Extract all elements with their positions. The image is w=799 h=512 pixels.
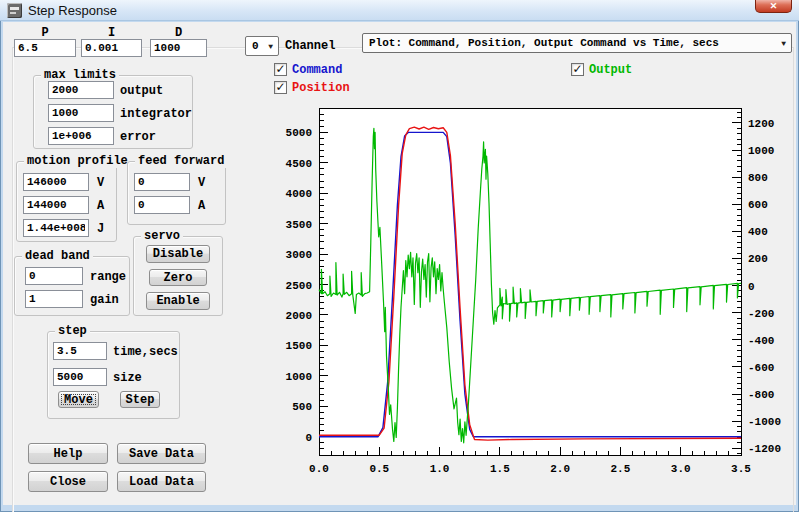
svg-text:4500: 4500 xyxy=(286,158,312,170)
acceleration-label: A xyxy=(97,199,104,213)
plot-select[interactable]: Plot: Command, Position, Output Command … xyxy=(362,33,792,53)
velocity-label: V xyxy=(97,176,104,190)
step-response-window: { "window": { "title": "Step Response", … xyxy=(0,0,799,512)
integrator-limit-input[interactable] xyxy=(48,104,114,122)
svg-text:1.5: 1.5 xyxy=(490,463,510,475)
svg-text:0: 0 xyxy=(748,281,755,293)
svg-text:0: 0 xyxy=(305,432,312,444)
i-input[interactable] xyxy=(81,39,142,57)
svg-text:-800: -800 xyxy=(748,389,774,401)
position-checkbox[interactable] xyxy=(274,81,287,94)
svg-text:1200: 1200 xyxy=(748,118,774,130)
channel-label: Channel xyxy=(285,39,335,53)
deadband-range-label: range xyxy=(90,270,126,284)
group-max-limits-title: max limits xyxy=(41,68,119,82)
svg-text:500: 500 xyxy=(292,401,312,413)
svg-text:1.0: 1.0 xyxy=(430,463,450,475)
svg-text:200: 200 xyxy=(748,253,768,265)
group-step-title: step xyxy=(55,324,90,338)
save-data-button[interactable]: Save Data xyxy=(117,443,206,464)
acceleration-input[interactable] xyxy=(23,196,89,214)
deadband-gain-label: gain xyxy=(90,293,119,307)
help-button[interactable]: Help xyxy=(28,443,108,464)
title-bar: Step Response xyxy=(0,0,799,21)
ff-acceleration-label: A xyxy=(198,199,205,213)
svg-text:-1000: -1000 xyxy=(748,416,781,428)
svg-text:800: 800 xyxy=(748,172,768,184)
channel-value: 0 xyxy=(252,40,259,52)
position-label: Position xyxy=(292,81,350,95)
close-app-button[interactable]: Close xyxy=(28,471,108,492)
plot-select-value: Plot: Command, Position, Output Command … xyxy=(369,37,719,49)
p-label: P xyxy=(14,26,76,40)
channel-select[interactable]: 0 ▼ xyxy=(245,36,279,56)
d-input[interactable] xyxy=(150,39,207,57)
svg-text:3.5: 3.5 xyxy=(731,463,751,475)
load-data-button[interactable]: Load Data xyxy=(117,471,206,492)
velocity-input[interactable] xyxy=(23,173,89,191)
disable-button[interactable]: Disable xyxy=(146,245,210,263)
output-checkbox[interactable] xyxy=(571,63,584,76)
window-title: Step Response xyxy=(28,3,117,18)
svg-text:4000: 4000 xyxy=(286,188,312,200)
chevron-down-icon: ▼ xyxy=(268,42,273,51)
deadband-gain-input[interactable] xyxy=(25,290,83,308)
output-limit-input[interactable] xyxy=(48,81,114,99)
step-response-plot: 0.00.51.01.52.02.53.03.50500100015002000… xyxy=(255,100,799,480)
jerk-label: J xyxy=(97,222,104,236)
svg-text:600: 600 xyxy=(748,199,768,211)
svg-text:3500: 3500 xyxy=(286,219,312,231)
svg-text:3000: 3000 xyxy=(286,249,312,261)
svg-text:1000: 1000 xyxy=(748,145,774,157)
move-button[interactable]: Move xyxy=(58,391,99,408)
svg-text:-600: -600 xyxy=(748,362,774,374)
step-size-label: size xyxy=(113,371,142,385)
close-icon[interactable]: ✕ xyxy=(755,0,792,13)
ff-velocity-label: V xyxy=(198,176,205,190)
svg-text:2500: 2500 xyxy=(286,280,312,292)
d-label: D xyxy=(150,26,207,40)
command-label: Command xyxy=(292,63,342,77)
i-label: I xyxy=(81,26,142,40)
svg-text:2.5: 2.5 xyxy=(611,463,631,475)
step-button[interactable]: Step xyxy=(120,391,160,408)
error-limit-label: error xyxy=(120,130,156,144)
jerk-input[interactable] xyxy=(23,219,89,237)
group-servo-title: servo xyxy=(141,229,183,243)
svg-text:0.0: 0.0 xyxy=(309,463,329,475)
error-limit-input[interactable] xyxy=(48,127,114,145)
svg-text:0.5: 0.5 xyxy=(369,463,389,475)
enable-button[interactable]: Enable xyxy=(146,292,210,310)
chevron-down-icon: ▼ xyxy=(781,39,786,48)
deadband-range-input[interactable] xyxy=(25,267,83,285)
output-label: Output xyxy=(589,63,632,77)
app-icon[interactable] xyxy=(7,3,22,18)
svg-text:-1200: -1200 xyxy=(748,443,781,455)
svg-text:-400: -400 xyxy=(748,335,774,347)
svg-text:1500: 1500 xyxy=(286,340,312,352)
ff-velocity-input[interactable] xyxy=(134,173,190,191)
group-feed-forward-title: feed forward xyxy=(135,154,227,168)
group-dead-band-title: dead band xyxy=(22,249,93,263)
svg-text:2000: 2000 xyxy=(286,310,312,322)
p-input[interactable] xyxy=(14,39,76,57)
command-checkbox[interactable] xyxy=(274,63,287,76)
svg-text:2.0: 2.0 xyxy=(550,463,570,475)
svg-text:-200: -200 xyxy=(748,308,774,320)
integrator-limit-label: integrator xyxy=(120,107,192,121)
group-motion-profile-title: motion profile xyxy=(24,154,131,168)
step-size-input[interactable] xyxy=(53,368,107,386)
step-time-input[interactable] xyxy=(53,342,107,360)
output-limit-label: output xyxy=(120,84,163,98)
svg-text:5000: 5000 xyxy=(286,127,312,139)
svg-text:400: 400 xyxy=(748,226,768,238)
svg-text:3.0: 3.0 xyxy=(671,463,691,475)
ff-acceleration-input[interactable] xyxy=(134,196,190,214)
zero-button[interactable]: Zero xyxy=(149,269,207,286)
step-time-label: time,secs xyxy=(113,345,178,359)
svg-text:1000: 1000 xyxy=(286,371,312,383)
group-feed-forward: feed forward xyxy=(127,161,226,225)
